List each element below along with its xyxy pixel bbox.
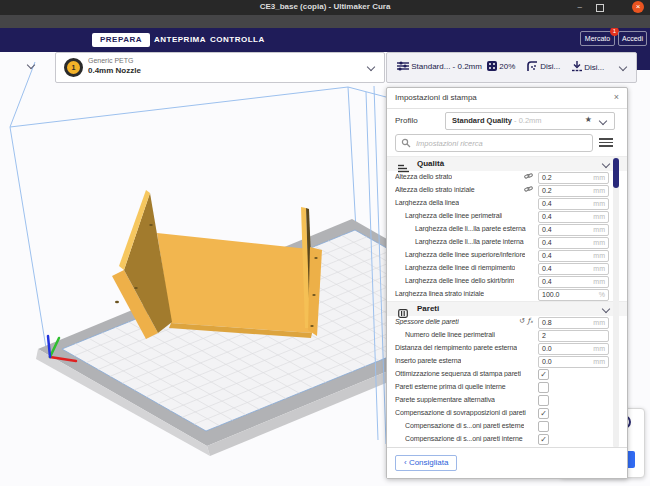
chevron-down-icon: [619, 63, 627, 71]
setting-row: Numero delle linee perimetrali2: [387, 329, 627, 342]
support-icon: [527, 61, 538, 71]
settings-list: QualitàAltezza dello strato0.2mmAltezza …: [387, 156, 627, 448]
setting-label: Spessore delle pareti: [395, 318, 459, 325]
setting-value-field[interactable]: 0.2mm: [538, 185, 609, 197]
summary-profile-item: Standard... - 0.2mm: [397, 61, 482, 71]
settings-search-input[interactable]: Impostazioni ricerca: [395, 134, 593, 152]
tab-controlla[interactable]: CONTROLLA: [202, 33, 273, 47]
setting-row: Altezza dello strato iniziale0.2mm: [387, 184, 627, 197]
section-header[interactable]: Qualità: [387, 156, 627, 171]
material-name: Generic PETG: [88, 57, 134, 64]
setting-label: Larghezza delle li...lla parete esterna: [415, 225, 526, 232]
setting-row: Larghezza delle li...lla parete esterna0…: [387, 223, 627, 236]
setting-value-field[interactable]: 0.0mm: [538, 356, 609, 368]
setting-label: Larghezza delle linee dello skirt/brim: [405, 277, 514, 284]
setting-row: Larghezza delle li...lla parete interna0…: [387, 236, 627, 249]
setting-row: Compensazione di s...oni pareti esterne: [387, 420, 627, 433]
setting-label: Altezza dello strato: [395, 173, 452, 180]
star-icon[interactable]: ★: [585, 115, 592, 124]
stage-navbar: PREPARA ANTEPRIMA CONTROLLA Mercato 1 Ac…: [0, 28, 650, 52]
link-icon: [524, 185, 533, 193]
setting-label: Distanza del riempimento parete esterna: [395, 344, 517, 351]
summary-support-item: Disi...: [527, 61, 560, 71]
summary-adhesion-item: Disi...: [572, 61, 604, 72]
function-icon[interactable]: ƒₓ: [527, 317, 533, 325]
setting-row: Larghezza della linea0.4mm: [387, 197, 627, 210]
setting-label: Altezza dello strato iniziale: [395, 186, 475, 193]
settings-menu-icon[interactable]: [599, 138, 613, 148]
setting-value-field[interactable]: 2: [538, 330, 609, 342]
setting-row: Altezza dello strato0.2mm: [387, 171, 627, 184]
material-selector[interactable]: 1 Generic PETG 0.4mm Nozzle: [55, 52, 385, 83]
setting-row: Larghezza delle linee superiore/inferior…: [387, 249, 627, 262]
setting-row: Parete supplementare alternativa: [387, 394, 627, 407]
chevron-down-icon: [602, 305, 610, 313]
setting-value-field[interactable]: 0.4mm: [538, 250, 609, 262]
chevron-down-icon: [599, 117, 607, 125]
recommended-mode-button[interactable]: ‹ Consigliata: [395, 455, 457, 471]
setting-checkbox[interactable]: [538, 421, 549, 432]
scrollbar-thumb[interactable]: [613, 158, 619, 188]
setting-checkbox[interactable]: ✓: [538, 408, 549, 419]
setting-row: Larghezza delle linee perimetrali0.4mm: [387, 210, 627, 223]
setting-row: Compensazione di s...oni pareti interne✓: [387, 433, 627, 446]
infill-icon: [487, 61, 497, 71]
setting-label: Numero delle linee perimetrali: [405, 331, 495, 338]
setting-value-field[interactable]: 0.4mm: [538, 263, 609, 275]
setting-value-field[interactable]: 0.4mm: [538, 224, 609, 236]
section-header[interactable]: Pareti: [387, 301, 627, 316]
setting-label: Larghezza delle linee di riempimento: [405, 264, 515, 271]
chevron-down-icon: [602, 160, 610, 168]
settings-scrollbar[interactable]: [613, 156, 619, 448]
setting-label: Parete supplementare alternativa: [395, 396, 495, 403]
print-settings-summary[interactable]: Standard... - 0.2mm 20% Disi... Disi...: [386, 52, 637, 83]
extruder-badge: 1: [64, 58, 83, 77]
panel-close-icon[interactable]: ×: [614, 92, 619, 102]
close-button[interactable]: ×: [632, 1, 644, 13]
sliders-icon: [397, 61, 409, 71]
setting-row: Ottimizzazione sequenza di stampa pareti…: [387, 368, 627, 381]
setting-checkbox[interactable]: ✓: [538, 369, 549, 380]
setting-value-field[interactable]: 0.4mm: [538, 237, 609, 249]
menu-strip: [0, 15, 650, 28]
setting-checkbox[interactable]: ✓: [538, 434, 549, 445]
window-title: CE3_base (copia) - Ultimaker Cura: [0, 2, 650, 11]
profile-dropdown[interactable]: Standard Quality - 0.2mm ★: [445, 112, 615, 130]
setting-label: Compensazione di s...oni pareti interne: [405, 435, 523, 442]
profile-value: Standard Quality: [452, 116, 512, 125]
cura-window: CE3_base (copia) - Ultimaker Cura – × PR…: [0, 0, 650, 486]
panel-footer: ‹ Consigliata: [387, 447, 627, 478]
print-settings-panel: Impostazioni di stampa × Profilo Standar…: [386, 87, 628, 479]
nozzle-name: 0.4mm Nozzle: [88, 66, 141, 75]
adhesion-icon: [572, 61, 582, 72]
chevron-down-icon: [367, 63, 375, 71]
setting-value-field[interactable]: 0.8mm: [538, 317, 609, 329]
maximize-button[interactable]: [596, 4, 604, 12]
tab-prepara[interactable]: PREPARA: [92, 33, 150, 47]
setting-checkbox[interactable]: [538, 395, 549, 406]
profile-label: Profilo: [395, 116, 418, 125]
setting-row: Larghezza delle linee di riempimento0.4m…: [387, 262, 627, 275]
setting-row: Compensazione di sovrapposizioni di pare…: [387, 407, 627, 420]
setting-value-field[interactable]: 0.2mm: [538, 172, 609, 184]
setting-row: Larghezza delle linee dello skirt/brim0.…: [387, 275, 627, 288]
setting-label: Compensazione di s...oni pareti esterne: [405, 422, 524, 429]
model-base: [157, 233, 318, 333]
summary-infill-item: 20%: [487, 61, 515, 71]
setting-value-field[interactable]: 0.4mm: [538, 198, 609, 210]
setting-value-field[interactable]: 0.4mm: [538, 211, 609, 223]
setting-label: Larghezza delle linee perimetrali: [405, 212, 502, 219]
setting-row: Pareti esterne prima di quelle interne: [387, 381, 627, 394]
titlebar[interactable]: CE3_base (copia) - Ultimaker Cura – ×: [0, 0, 650, 15]
setting-row: Larghezza linea strato iniziale100.0%: [387, 288, 627, 301]
setting-value-field[interactable]: 100.0%: [538, 289, 609, 301]
setting-label: Larghezza linea strato iniziale: [395, 290, 484, 297]
signin-button[interactable]: Accedi: [618, 31, 647, 46]
setting-value-field[interactable]: 0.4mm: [538, 276, 609, 288]
setting-label: Larghezza della linea: [395, 199, 459, 206]
setting-row: Inserto parete esterna0.0mm: [387, 355, 627, 368]
minimize-button[interactable]: –: [578, 2, 582, 12]
setting-checkbox[interactable]: [538, 382, 549, 393]
marketplace-button[interactable]: Mercato 1: [580, 31, 615, 46]
setting-value-field[interactable]: 0.0mm: [538, 343, 609, 355]
